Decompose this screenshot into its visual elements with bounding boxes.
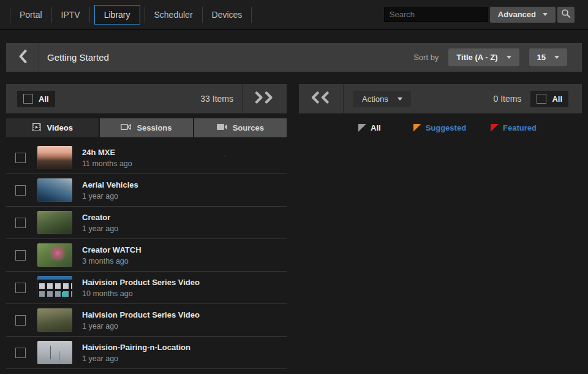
nav-item-portal[interactable]: Portal — [10, 0, 51, 29]
select-all-label-right: All — [552, 94, 562, 104]
double-chevron-right-icon — [254, 91, 276, 106]
video-info: Aerial Vehicles 1 year ago — [82, 180, 138, 200]
select-all-checkbox[interactable] — [23, 94, 33, 104]
video-thumbnail[interactable] — [37, 146, 72, 169]
video-age: 1 year ago — [82, 354, 190, 363]
video-title[interactable]: Haivision Product Series Video — [82, 278, 200, 287]
video-age: 1 year ago — [82, 192, 138, 200]
sort-order-value: Title (A - Z) — [456, 53, 497, 62]
nav-divider — [251, 7, 252, 23]
video-title[interactable]: 24h MXE — [82, 148, 132, 157]
library-items-count: 33 Items — [200, 94, 233, 104]
page-size-value: 15 — [537, 53, 546, 62]
flag-icon — [491, 124, 499, 132]
advanced-search-button[interactable]: Advanced — [490, 7, 556, 23]
video-row[interactable]: Haivision Product Series Video 1 year ag… — [6, 304, 287, 337]
tab-sources-label: Sources — [233, 123, 264, 132]
tab-sources[interactable]: Sources — [194, 118, 287, 137]
video-row[interactable]: Haivision-Pairing-n-Location 1 year ago — [6, 337, 287, 369]
main-nav: Portal IPTV Library Scheduler Devices — [10, 0, 252, 29]
video-title[interactable]: Creator WATCH — [82, 245, 141, 254]
library-toolbar: All 33 Items — [6, 84, 287, 113]
search-input[interactable] — [384, 7, 488, 22]
flag-filters: All Suggested Featured — [299, 118, 582, 137]
video-row[interactable]: Aerial Vehicles 1 year ago — [6, 174, 287, 207]
move-left-button[interactable] — [299, 84, 343, 113]
tab-videos-label: Videos — [47, 123, 72, 132]
video-thumbnail[interactable] — [37, 276, 72, 299]
filter-all-label: All — [371, 123, 381, 132]
video-checkbox[interactable] — [15, 315, 26, 326]
video-row[interactable]: Creator 1 year ago — [6, 207, 287, 239]
select-all-checkbox-right[interactable] — [537, 94, 546, 104]
nav-item-library[interactable]: Library — [94, 5, 140, 25]
sort-controls: Sort by Title (A - Z) 15 — [413, 48, 582, 66]
page-title: Getting Started — [47, 52, 109, 63]
video-checkbox[interactable] — [15, 348, 26, 358]
move-right-button[interactable] — [243, 84, 287, 113]
nav-divider — [89, 7, 90, 23]
chevron-left-icon — [18, 50, 27, 66]
video-row[interactable]: Haivision Product Series Video 10 months… — [6, 272, 287, 304]
filter-featured[interactable]: Featured — [491, 123, 537, 132]
search-icon — [561, 9, 571, 21]
video-title[interactable]: Haivision-Pairing-n-Location — [82, 343, 190, 352]
video-checkbox[interactable] — [15, 185, 26, 196]
app-window: Portal IPTV Library Scheduler Devices Ad… — [0, 0, 588, 374]
video-info: 24h MXE 11 months ago — [82, 148, 132, 168]
top-navbar: Portal IPTV Library Scheduler Devices Ad… — [0, 0, 588, 30]
double-chevron-left-icon — [310, 91, 332, 106]
select-all-label: All — [39, 94, 49, 104]
chevron-down-icon — [543, 13, 548, 16]
video-checkbox[interactable] — [15, 250, 26, 261]
video-thumbnail[interactable] — [37, 308, 72, 332]
nav-item-iptv[interactable]: IPTV — [52, 0, 89, 29]
back-button[interactable] — [6, 43, 39, 72]
page-size-dropdown[interactable]: 15 — [529, 48, 567, 66]
video-age: 1 year ago — [82, 322, 200, 330]
nav-item-devices[interactable]: Devices — [203, 0, 252, 29]
nav-item-scheduler[interactable]: Scheduler — [145, 0, 202, 29]
film-icon — [32, 123, 41, 133]
tab-videos[interactable]: Videos — [6, 118, 99, 137]
video-info: Haivision Product Series Video 1 year ag… — [82, 310, 200, 330]
video-row[interactable]: Creator WATCH 3 months ago — [6, 239, 287, 272]
video-checkbox[interactable] — [15, 283, 26, 293]
flag-icon — [358, 124, 366, 132]
video-info: Creator 1 year ago — [82, 213, 118, 233]
sort-by-label: Sort by — [413, 53, 439, 62]
video-thumbnail[interactable] — [37, 178, 72, 202]
selection-toolbar: Actions 0 Items All — [299, 84, 582, 113]
search-area: Advanced — [384, 0, 575, 29]
video-title[interactable]: Creator — [82, 213, 118, 222]
video-thumbnail[interactable] — [37, 243, 72, 267]
video-thumbnail[interactable] — [37, 211, 72, 234]
source-camera-icon — [217, 123, 227, 132]
filter-suggested[interactable]: Suggested — [413, 123, 466, 132]
selection-empty-area — [299, 142, 582, 374]
actions-label: Actions — [362, 94, 388, 104]
library-tabs: Videos Sessions Sources — [6, 118, 287, 137]
video-age: 1 year ago — [82, 224, 118, 233]
video-row[interactable]: 24h MXE 11 months ago - — [6, 142, 287, 174]
select-all-box[interactable]: All — [17, 91, 55, 107]
page-header: Getting Started Sort by Title (A - Z) 15 — [6, 43, 582, 72]
search-submit-button[interactable] — [557, 7, 575, 23]
video-age: 10 months ago — [82, 289, 200, 298]
video-info: Haivision Product Series Video 10 months… — [82, 278, 200, 298]
video-info: Haivision-Pairing-n-Location 1 year ago — [82, 343, 190, 363]
flag-icon — [413, 124, 421, 132]
video-meta-dash: - — [224, 151, 226, 160]
video-checkbox[interactable] — [15, 153, 26, 163]
actions-dropdown[interactable]: Actions — [353, 91, 411, 107]
filter-all[interactable]: All — [358, 123, 381, 132]
tab-sessions[interactable]: Sessions — [100, 118, 192, 137]
video-title[interactable]: Aerial Vehicles — [82, 180, 138, 189]
video-thumbnail[interactable] — [37, 341, 72, 364]
chevron-down-icon — [398, 97, 402, 101]
sort-order-dropdown[interactable]: Title (A - Z) — [448, 48, 519, 66]
video-title[interactable]: Haivision Product Series Video — [82, 310, 200, 319]
video-checkbox[interactable] — [15, 218, 26, 228]
select-all-box-right[interactable]: All — [530, 91, 568, 107]
video-age: 11 months ago — [82, 159, 132, 168]
